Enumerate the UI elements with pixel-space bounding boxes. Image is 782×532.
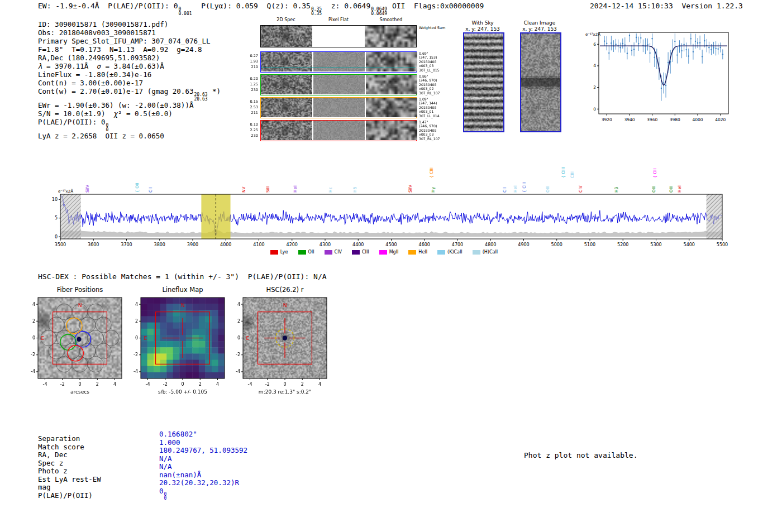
row-right-label: 0.69": [419, 51, 454, 55]
photz-note: Phot z plot not available.: [524, 451, 638, 459]
emission-line-label: { OII: [652, 169, 657, 178]
svg-text:4: 4: [135, 302, 138, 307]
stacked-fraction: 00: [164, 492, 167, 501]
emission-line-label: Hβ: [614, 187, 619, 193]
header-datetime-version: 2024-12-14 15:10:33 Version 1.22.3: [590, 2, 743, 10]
svg-text:2: 2: [237, 319, 240, 324]
svg-text:-2: -2: [163, 382, 168, 387]
row-smoothed-image: [366, 52, 417, 71]
clean-image-title: Clean Image: [506, 20, 573, 26]
svg-text:4: 4: [318, 382, 321, 387]
row-left-label: 1.25: [239, 82, 258, 87]
svg-text:-4: -4: [248, 382, 252, 387]
stacked-fraction: 0.350.35: [311, 7, 322, 16]
info-line: S/N = 10.0(±1.9) χ² = 0.5(±0.0): [38, 109, 221, 118]
svg-text:2: 2: [135, 319, 138, 324]
emission-line-label: SiIV: [408, 185, 413, 193]
weighted-2d-spec-image: [261, 26, 312, 47]
svg-text:4: 4: [237, 302, 240, 307]
legend-swatch: [408, 250, 416, 255]
info-line: ID: 3090015871 (3090015871.pdf): [38, 20, 221, 28]
svg-text:4300: 4300: [320, 242, 331, 247]
legend-item: CIII: [352, 250, 369, 255]
svg-text:2: 2: [199, 382, 202, 387]
svg-text:5000: 5000: [551, 242, 562, 247]
svg-text:4: 4: [32, 302, 35, 307]
svg-text:3600: 3600: [88, 242, 99, 247]
row-left-label: 230: [239, 87, 258, 93]
stacked-fraction: 00: [106, 123, 108, 132]
row-right-label: v003_02: [419, 87, 454, 90]
svg-text:s/b: -5.00 +/- 0.105: s/b: -5.00 +/- 0.105: [158, 389, 207, 395]
emission-line-label: Hδ: [352, 187, 357, 193]
row-2d-spec-image: [261, 121, 312, 140]
emission-line-label: HeII: [293, 184, 298, 193]
svg-text:3700: 3700: [121, 242, 132, 247]
emission-line-label: NV: [241, 186, 246, 193]
emission-line-label: SiIV: [85, 185, 90, 193]
stacked-fraction: 20.6320.63: [194, 93, 207, 101]
svg-text:3900: 3900: [187, 242, 198, 247]
svg-text:-4: -4: [146, 382, 150, 387]
row-right-label: 1.09": [419, 97, 454, 101]
svg-text:5400: 5400: [684, 242, 695, 247]
elixer-report-page: EW: -1.9±-0.4Å P(LAE)/P(OII): 000.001 P(…: [0, 0, 782, 532]
legend-swatch: [379, 250, 387, 255]
info-line: λ = 3970.11Å σ = 3.84(±0.63)Å: [38, 62, 221, 70]
emission-line-label: { CIII: [522, 182, 527, 193]
detection-info-block: ID: 3090015871 (3090015871.pdf)Obs: 2018…: [38, 20, 221, 140]
row-left-labels: 0.152.53211: [239, 99, 258, 116]
row-2d-spec-image: [261, 52, 312, 71]
legend-label: (K)CaII: [447, 250, 462, 255]
row-left-label: 0.20: [239, 76, 258, 82]
full-spectrum-chart: 3500360037003800390040004100420043004400…: [44, 188, 731, 258]
hsc-dex-matches-line: HSC-DEX : Possible Matches = 1 (within +…: [38, 272, 327, 281]
legend-item: MgII: [379, 250, 399, 255]
spectrum-legend: LyαOIICIVCIIIMgIIHeII(K)CaII(H)CaII: [45, 250, 723, 255]
cutout-column-title: 2D Spec: [260, 17, 312, 22]
svg-text:6: 6: [593, 42, 596, 47]
legend-label: MgII: [389, 250, 399, 255]
legend-item: CIV: [325, 250, 342, 255]
row-left-label: 0.15: [239, 99, 258, 104]
emission-line-label: { OIII: [561, 167, 566, 178]
svg-text:4900: 4900: [518, 242, 529, 247]
info-line: Cont(n) = 3.00(±0.00)e-17: [38, 79, 221, 87]
clean-image-coords: x, y: 247, 153: [506, 26, 573, 32]
row-2d-spec-image: [261, 75, 312, 94]
header-version: Version 1.22.3: [681, 2, 743, 10]
match-row-value: 000: [159, 487, 167, 501]
match-row-label: Match score: [38, 443, 84, 451]
row-smoothed-image: [366, 98, 417, 117]
stacked-fraction: 00.001: [178, 7, 192, 16]
svg-text:4700: 4700: [452, 242, 463, 247]
svg-text:0: 0: [593, 107, 596, 112]
match-row-label: P(LAE)/P(OII): [38, 491, 93, 500]
trace-line: [261, 68, 416, 68]
svg-text:0: 0: [135, 336, 138, 341]
row-right-label: 20180408: [419, 60, 454, 64]
legend-swatch: [352, 250, 360, 255]
emission-line-label: Hε: [328, 187, 333, 193]
info-line: EWr = -1.90(±0.36) (w: -2.00(±0.38))Å: [38, 101, 221, 109]
svg-text:N: N: [283, 303, 287, 308]
row-left-labels: 0.271.93210: [239, 53, 258, 70]
info-line: LineFlux = -1.80(±0.34)e-16: [38, 70, 221, 79]
info-line: P(LAE)/P(OII): 000: [38, 118, 221, 132]
svg-text:-4: -4: [236, 369, 240, 374]
row-right-labels: 1.09"(247, 144)20180408v003_01307_LL_014: [419, 97, 454, 118]
emission-line-label: HeII: [513, 184, 518, 193]
match-row-value: 1.000: [159, 438, 180, 447]
legend-item: (K)CaII: [437, 250, 462, 255]
svg-text:arcsecs: arcsecs: [70, 389, 89, 395]
row-2d-spec-image: [261, 98, 312, 117]
svg-text:4200: 4200: [287, 242, 298, 247]
row-right-label: 307_LL_014: [419, 114, 454, 118]
svg-text:3920: 3920: [602, 117, 612, 122]
legend-item: (H)CaII: [473, 250, 498, 255]
match-row-label: Separation: [38, 434, 80, 443]
info-line: Obs: 20180408v003_3090015871: [38, 28, 221, 37]
svg-text:5500: 5500: [717, 242, 728, 247]
header-spacer: [673, 2, 682, 10]
emission-line-label: CII: [148, 187, 153, 193]
